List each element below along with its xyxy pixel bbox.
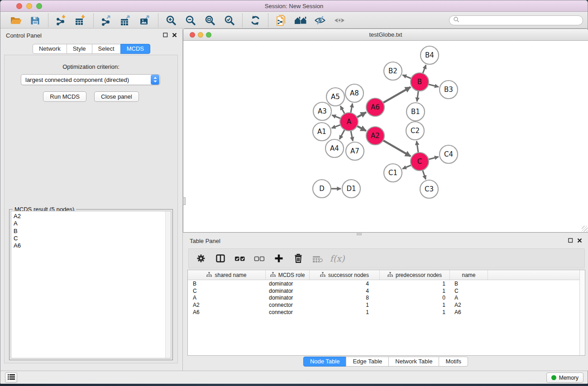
split-view-icon[interactable] — [215, 253, 226, 264]
window-resize-grip[interactable] — [582, 226, 588, 232]
network-close-traffic-light[interactable] — [190, 32, 195, 38]
table-tab-motifs[interactable]: Motifs — [439, 357, 468, 367]
graph-node-D[interactable]: D — [313, 180, 331, 198]
graph-node-B[interactable]: B — [411, 73, 429, 91]
table-cell[interactable]: B — [450, 281, 488, 287]
graph-node-C[interactable]: C — [411, 152, 429, 171]
graph-edge-A2-C[interactable] — [383, 140, 411, 156]
graph-node-C2[interactable]: C2 — [406, 122, 424, 140]
table-cell[interactable]: A — [188, 295, 266, 301]
graph-node-C1[interactable]: C1 — [384, 164, 402, 182]
table-cell[interactable]: 8 — [310, 295, 380, 301]
mcds-result-item[interactable]: B — [14, 228, 171, 235]
refresh-layout-icon[interactable] — [249, 14, 262, 27]
graph-node-D1[interactable]: D1 — [342, 180, 360, 198]
unselect-all-icon[interactable] — [253, 253, 265, 264]
graph-edge-A-A6[interactable] — [357, 112, 366, 117]
table-cell[interactable]: dominator — [266, 295, 310, 301]
memory-button[interactable]: Memory — [546, 372, 583, 383]
table-row[interactable]: A2connector11A2 — [188, 301, 585, 309]
zoom-selected-icon[interactable] — [223, 14, 236, 27]
table-cell[interactable]: 0 — [380, 295, 450, 301]
network-window-titlebar[interactable]: testGlobe.txt — [183, 29, 588, 41]
table-cell[interactable]: 1 — [380, 288, 450, 294]
export-image-icon[interactable] — [139, 14, 152, 27]
column-header-successor-nodes[interactable]: successor nodes — [310, 270, 380, 280]
table-cell[interactable]: 1 — [380, 281, 450, 287]
table-cell[interactable]: 4 — [310, 288, 380, 294]
graph-edge-A6-B[interactable] — [383, 87, 411, 103]
graph-edge-C-C1[interactable] — [402, 165, 411, 169]
table-cell[interactable]: connector — [266, 302, 310, 308]
import-network-icon[interactable] — [54, 14, 68, 27]
delete-columns-icon[interactable] — [292, 253, 304, 264]
zoom-fit-icon[interactable] — [203, 14, 217, 27]
run-mcds-button[interactable]: Run MCDS — [43, 91, 86, 102]
graph-node-A8[interactable]: A8 — [345, 84, 363, 102]
mcds-result-item[interactable]: A2 — [14, 213, 171, 220]
table-cell[interactable]: connector — [266, 309, 310, 315]
zoom-in-icon[interactable] — [164, 14, 178, 27]
graph-node-A5[interactable]: A5 — [326, 88, 344, 106]
graph-edge-A-A1[interactable] — [332, 125, 341, 128]
close-table-panel-icon[interactable] — [577, 238, 582, 243]
float-table-panel-icon[interactable] — [568, 238, 573, 243]
graph-edge-B-B2[interactable] — [402, 75, 411, 79]
graph-edge-C-C2[interactable] — [416, 141, 418, 152]
table-row[interactable]: Adominator80A — [188, 294, 585, 301]
graph-edge-C-C3[interactable] — [423, 170, 426, 179]
close-traffic-light[interactable] — [16, 3, 22, 9]
tab-mcds[interactable]: MCDS — [120, 44, 150, 54]
table-cell[interactable]: 1 — [380, 302, 450, 308]
graph-node-B3[interactable]: B3 — [440, 81, 458, 99]
table-row[interactable]: Bdominator41B — [188, 280, 585, 287]
result-scrollbar[interactable] — [165, 211, 171, 358]
graph-node-C4[interactable]: C4 — [440, 145, 458, 163]
tab-network[interactable]: Network — [33, 44, 67, 54]
mcds-result-item[interactable]: C — [14, 235, 171, 242]
graph-node-B2[interactable]: B2 — [384, 62, 402, 80]
float-panel-icon[interactable] — [163, 33, 168, 38]
table-cell[interactable]: 1 — [380, 309, 450, 315]
graph-node-A4[interactable]: A4 — [325, 139, 344, 157]
column-header-predecessor-nodes[interactable]: predecessor nodes — [380, 270, 450, 280]
zoom-out-icon[interactable] — [184, 14, 197, 27]
table-row[interactable]: A6connector11A6 — [188, 309, 585, 316]
table-cell[interactable]: 4 — [310, 281, 380, 287]
graph-edge-C-C4[interactable] — [428, 157, 438, 160]
network-minimize-traffic-light[interactable] — [198, 32, 203, 38]
column-header-MCDS-role[interactable]: MCDS role — [266, 270, 310, 280]
zoom-traffic-light[interactable] — [36, 3, 42, 9]
table-cell[interactable]: 1 — [310, 309, 380, 315]
table-settings-icon[interactable] — [195, 253, 207, 264]
save-session-icon[interactable] — [29, 14, 42, 27]
table-cell[interactable]: 1 — [310, 302, 380, 308]
export-network-icon[interactable] — [100, 14, 113, 27]
table-cell[interactable]: B — [188, 281, 266, 287]
table-scrollbar[interactable] — [579, 270, 585, 355]
search-box[interactable] — [449, 15, 583, 25]
select-all-icon[interactable] — [234, 253, 246, 264]
table-cell[interactable]: A — [450, 295, 488, 301]
import-table-icon[interactable] — [74, 14, 87, 27]
table-cell[interactable]: A6 — [188, 309, 266, 315]
graph-edge-A-A3[interactable] — [332, 115, 340, 118]
table-cell[interactable]: dominator — [266, 288, 310, 294]
show-all-icon[interactable] — [333, 14, 346, 27]
new-network-from-selection-icon[interactable] — [274, 14, 288, 27]
mcds-result-list[interactable]: A2ABCA6 — [11, 211, 171, 358]
table-tab-edge-table[interactable]: Edge Table — [346, 357, 389, 367]
graph-edge-B-B4[interactable] — [423, 65, 426, 74]
graph-edge-B-B3[interactable] — [428, 84, 438, 87]
graph-node-C3[interactable]: C3 — [420, 180, 438, 198]
close-panel-icon[interactable] — [172, 33, 177, 38]
close-panel-button[interactable]: Close panel — [94, 91, 139, 102]
table-cell[interactable]: C — [188, 288, 266, 294]
tab-select[interactable]: Select — [92, 44, 121, 54]
function-builder-icon[interactable]: f(x) — [331, 253, 343, 264]
graph-node-A1[interactable]: A1 — [313, 123, 331, 141]
panel-splitter-handle[interactable] — [183, 197, 186, 205]
graph-edge-A-A4[interactable] — [339, 130, 344, 139]
minimize-traffic-light[interactable] — [26, 3, 32, 9]
hide-selected-icon[interactable] — [313, 14, 327, 27]
